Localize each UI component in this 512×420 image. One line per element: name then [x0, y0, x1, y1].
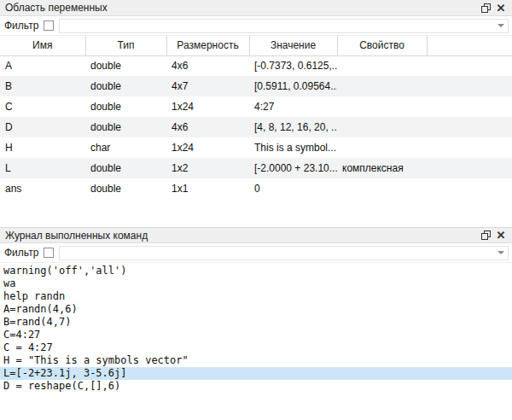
undock-icon[interactable] — [478, 1, 493, 15]
close-icon[interactable]: ✕ — [493, 1, 509, 15]
history-item[interactable]: L=[-2+23.1j, 3-5.6j] — [0, 367, 512, 380]
table-row[interactable]: ans double 1x1 0 — [0, 178, 512, 199]
variables-panel: Область переменных ✕ Фильтр Имя Тип — [0, 0, 512, 227]
table-row[interactable]: B double 4x7 [0.5911, 0.09564... — [0, 76, 512, 96]
column-header-filler — [427, 36, 512, 55]
variables-table: Имя Тип Размерность Значение Свойство A … — [0, 36, 512, 227]
history-item[interactable]: wa — [0, 277, 512, 290]
table-row[interactable]: D double 4x6 [4, 8, 12, 16, 20, ... — [0, 117, 512, 137]
close-icon[interactable]: ✕ — [493, 229, 509, 242]
history-item[interactable]: D = reshape(C,[],6) — [0, 380, 512, 393]
column-header-type[interactable]: Тип — [85, 36, 166, 55]
table-row[interactable]: H char 1x24 This is a symbol... — [0, 137, 512, 158]
column-header-name[interactable]: Имя — [0, 36, 85, 55]
filter-combobox[interactable] — [59, 246, 509, 260]
history-item[interactable]: warning('off','all') — [0, 265, 512, 277]
table-row[interactable]: L double 1x2 [-2.0000 + 23.10... комплек… — [0, 158, 512, 178]
variables-panel-title: Область переменных — [5, 2, 478, 14]
history-item[interactable]: B=rand(4,7) — [0, 316, 512, 329]
history-item[interactable]: A=randn(4,6) — [0, 303, 512, 316]
history-titlebar: Журнал выполненных команд ✕ — [0, 227, 512, 243]
table-row[interactable]: A double 4x6 [-0.7373, 0.6125,... — [0, 55, 512, 76]
variables-filterbar: Фильтр — [0, 16, 512, 36]
history-panel: Журнал выполненных команд ✕ Фильтр warni… — [0, 227, 512, 420]
filter-checkbox[interactable] — [44, 20, 54, 31]
table-row[interactable]: C double 1x24 4:27 — [0, 96, 512, 117]
filter-combobox[interactable] — [59, 19, 509, 33]
command-history-list: warning('off','all') wa help randn A=ran… — [0, 263, 512, 420]
chevron-down-icon — [497, 251, 504, 254]
undock-icon[interactable] — [478, 229, 493, 242]
filter-label: Фильтр — [4, 20, 38, 32]
column-header-property[interactable]: Свойство — [337, 36, 427, 55]
history-panel-title: Журнал выполненных команд — [5, 230, 478, 242]
variables-titlebar: Область переменных ✕ — [0, 0, 512, 16]
history-item[interactable]: C=4:27 — [0, 329, 512, 341]
column-header-size[interactable]: Размерность — [166, 36, 249, 55]
history-item[interactable]: help randn — [0, 290, 512, 303]
table-header-row: Имя Тип Размерность Значение Свойство — [0, 36, 512, 55]
filter-checkbox[interactable] — [44, 248, 54, 258]
history-filterbar: Фильтр — [0, 243, 512, 263]
chevron-down-icon — [497, 24, 504, 27]
column-header-value[interactable]: Значение — [249, 36, 337, 55]
filter-label: Фильтр — [4, 247, 38, 259]
history-item[interactable]: C = 4:27 — [0, 341, 512, 354]
history-item[interactable]: H = "This is a symbols vector" — [0, 354, 512, 367]
